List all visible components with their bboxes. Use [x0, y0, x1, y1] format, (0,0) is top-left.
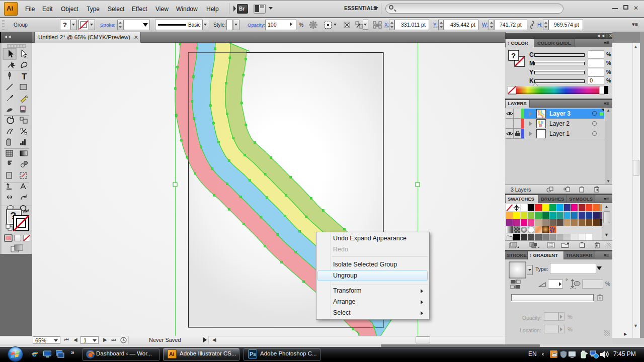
svg-text:T: T: [22, 72, 27, 81]
svg-text:?: ?: [511, 51, 516, 60]
